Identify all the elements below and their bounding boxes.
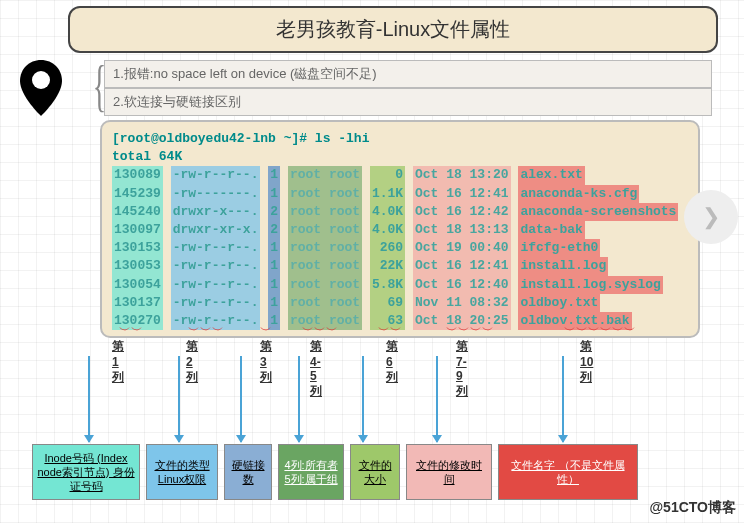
ls-row: 130097 drwxr-xr-x. 2 root root 4.0K Oct …: [112, 221, 688, 239]
total-line: total 64K: [112, 148, 688, 166]
box-inode: Inode号码 (Index node索引节点) 身份证号码: [32, 444, 140, 500]
watermark: @51CTO博客: [649, 499, 736, 517]
box-size: 文件的 大小: [350, 444, 400, 500]
box-owner: 4列:所有者 5列:属于组: [278, 444, 344, 500]
ls-row: 145239 -rw-------. 1 root root 1.1K Oct …: [112, 185, 688, 203]
arrow-79: [436, 356, 438, 442]
box-links: 硬链接数: [224, 444, 272, 500]
ls-row: 130054 -rw-r--r--. 1 root root 5.8K Oct …: [112, 276, 688, 294]
next-nav-icon[interactable]: ❯: [684, 190, 738, 244]
note-2: 2.软连接与硬链接区别: [104, 88, 712, 116]
brace-col-45: ︶︶︶: [290, 322, 350, 339]
arrow-45: [298, 356, 300, 442]
column-description-row: Inode号码 (Index node索引节点) 身份证号码 文件的类型 Lin…: [32, 444, 638, 500]
col-label-10: 第10列: [580, 338, 593, 386]
brace-col-79: ︶︶︶︶: [430, 322, 510, 339]
box-type-perm: 文件的类型 Linux权限: [146, 444, 218, 500]
brace-col-10: ︶︶︶︶︶︶: [540, 322, 660, 339]
arrow-3: [240, 356, 242, 442]
ls-row: 130053 -rw-r--r--. 1 root root 22K Oct 1…: [112, 257, 688, 275]
col-label-3: 第3列: [260, 338, 272, 386]
ls-row: 130089 -rw-r--r--. 1 root root 0 Oct 18 …: [112, 166, 688, 184]
note-1: 1.报错:no space left on device (磁盘空间不足): [104, 60, 712, 88]
location-pin-icon: [18, 60, 64, 120]
brace-col-2: ︶︶︶: [176, 322, 236, 339]
ls-row: 130153 -rw-r--r--. 1 root root 260 Oct 1…: [112, 239, 688, 257]
brace-col-3: ︶: [256, 322, 276, 339]
arrow-1: [88, 356, 90, 442]
col-label-6: 第6列: [386, 338, 398, 386]
brace-col-6: ︶︶: [370, 322, 410, 339]
col-label-79: 第7-9列: [456, 338, 468, 400]
col-label-1: 第1列: [112, 338, 124, 386]
arrow-6: [362, 356, 364, 442]
arrow-2: [178, 356, 180, 442]
brace-col-1: ︶︶: [106, 322, 156, 339]
ls-row: 130137 -rw-r--r--. 1 root root 69 Nov 11…: [112, 294, 688, 312]
col-label-2: 第2列: [186, 338, 198, 386]
arrow-10: [562, 356, 564, 442]
svg-point-0: [32, 71, 50, 89]
ls-row: 145240 drwxr-x---. 2 root root 4.0K Oct …: [112, 203, 688, 221]
prompt-line: [root@oldboyedu42-lnb ~]# ls -lhi: [112, 130, 688, 148]
box-filename: 文件名字 （不是文件属性）: [498, 444, 638, 500]
col-label-45: 第4-5列: [310, 338, 322, 400]
terminal-output: [root@oldboyedu42-lnb ~]# ls -lhi total …: [100, 120, 700, 338]
box-mtime: 文件的修改时间: [406, 444, 492, 500]
page-title: 老男孩教育-Linux文件属性: [68, 6, 718, 53]
